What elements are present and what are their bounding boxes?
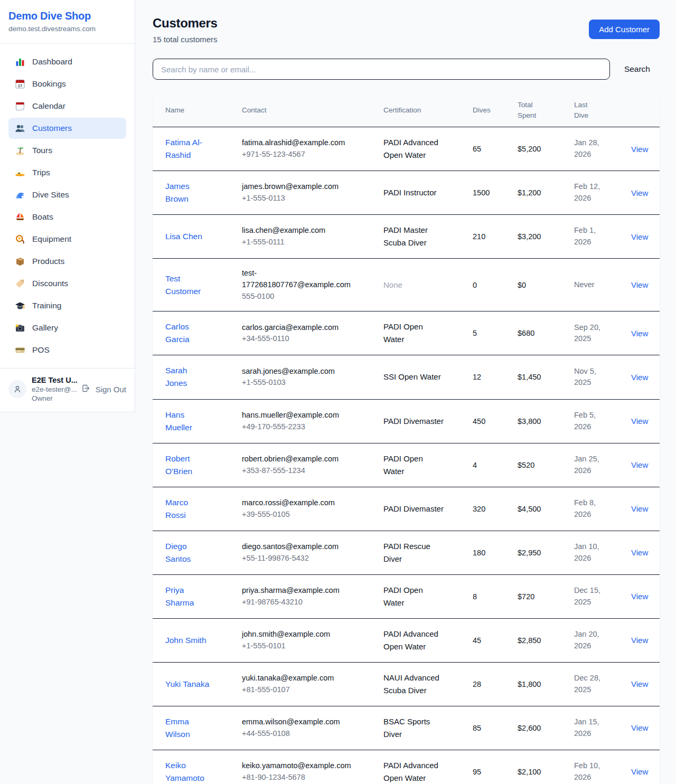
column-header-contact: Contact [229,93,371,127]
customer-count: 15 total customers [153,35,218,44]
customer-name-link[interactable]: Diego Santos [165,540,210,565]
customer-dives: 180 [460,531,505,574]
view-customer-link[interactable]: View [631,188,648,197]
sidebar-item-trips[interactable]: Trips [8,162,126,183]
customer-dives: 210 [460,215,505,259]
customer-name-link[interactable]: Sarah Jones [165,364,210,390]
customer-email: keiko.yamamoto@example.com [242,760,357,772]
table-row: John Smithjohn.smith@example.com+1-555-0… [153,618,660,662]
customer-last-dive: Never [574,279,605,291]
customer-phone: +1-555-0113 [242,193,357,204]
customer-total-spent: $3,800 [505,399,561,443]
sidebar-item-pos[interactable]: POS [8,339,126,361]
customer-email: fatima.alrashid@example.com [242,137,357,149]
view-customer-link[interactable]: View [631,504,648,513]
customer-name-link[interactable]: James Brown [165,180,210,205]
view-customer-link[interactable]: View [631,280,648,289]
sidebar-item-bookings[interactable]: 17Bookings [8,73,126,95]
customer-name-link[interactable]: Carlos Garcia [165,320,210,346]
person-icon [12,384,23,394]
table-row: Priya Sharmapriya.sharma@example.com+91-… [153,574,660,618]
customer-email: diego.santos@example.com [242,541,357,553]
customer-name-link[interactable]: Yuki Tanaka [165,678,209,691]
table-row: James Brownjames.brown@example.com+1-555… [153,171,660,215]
view-customer-link[interactable]: View [631,592,648,601]
customer-certification: PADI Rescue Diver [383,540,446,565]
customer-phone: +39-555-0105 [242,509,357,521]
customer-name-link[interactable]: Lisa Chen [165,230,202,243]
customer-dives: 450 [460,399,505,443]
sidebar-item-label: Products [32,257,64,266]
view-customer-link[interactable]: View [631,417,648,426]
table-row: Robert O'Brienrobert.obrien@example.com+… [153,443,660,487]
user-name: E2E Test U... [32,376,76,384]
table-row: Lisa Chenlisa.chen@example.com+1-555-011… [153,215,660,259]
view-customer-link[interactable]: View [631,145,648,154]
customer-name-link[interactable]: Priya Sharma [165,584,210,609]
view-customer-link[interactable]: View [631,767,648,776]
view-customer-link[interactable]: View [631,373,648,382]
sign-out-label: Sign Out [96,385,126,394]
sign-out-button[interactable]: Sign Out [81,384,126,394]
brand-domain: demo.test.divestreams.com [8,25,126,33]
dashboard-icon [15,56,25,67]
page-title: Customers [153,16,218,31]
customer-total-spent: $1,450 [505,355,561,399]
sidebar-item-training[interactable]: Training [8,295,126,316]
view-customer-link[interactable]: View [631,232,648,241]
customer-certification: SSI Open Water [383,371,446,383]
customer-name-link[interactable]: Emma Wilson [165,715,210,741]
customer-certification: BSAC Sports Diver [383,715,446,741]
table-row: Test Customertest-1772681807767@example.… [153,259,660,311]
view-customer-link[interactable]: View [631,460,648,469]
customer-total-spent: $1,200 [505,171,561,215]
sidebar-item-tours[interactable]: Tours [8,140,126,161]
customer-last-dive: Sep 20, 2025 [574,322,605,345]
search-input[interactable] [153,59,610,80]
customer-email: marco.rossi@example.com [242,497,357,509]
sign-out-icon [81,384,92,394]
customer-name-link[interactable]: Keiko Yamamoto [165,759,210,784]
customer-phone: +1-555-0111 [242,237,357,248]
sidebar-item-dive-sites[interactable]: Dive Sites [8,184,126,205]
customer-email: sarah.jones@example.com [242,366,357,377]
table-row: Sarah Jonessarah.jones@example.com+1-555… [153,355,660,399]
gallery-icon [15,323,25,333]
sidebar-item-boats[interactable]: Boats [8,206,126,228]
view-customer-link[interactable]: View [631,636,648,645]
view-customer-link[interactable]: View [631,679,648,688]
view-customer-link[interactable]: View [631,329,648,338]
customer-last-dive: Feb 5, 2026 [574,410,605,433]
sidebar-item-equipment[interactable]: Equipment [8,229,126,250]
view-customer-link[interactable]: View [631,723,648,732]
sidebar-item-gallery[interactable]: Gallery [8,317,126,338]
column-header-name: Name [153,93,229,127]
customer-email: carlos.garcia@example.com [242,322,357,334]
table-row: Fatima Al-Rashidfatima.alrashid@example.… [153,127,660,171]
table-row: Diego Santosdiego.santos@example.com+55-… [153,531,660,574]
customer-phone: +971-55-123-4567 [242,149,357,160]
customer-dives: 45 [460,618,505,662]
customer-last-dive: Jan 25, 2026 [574,454,605,477]
customer-name-link[interactable]: John Smith [165,634,206,647]
search-button[interactable]: Search [624,64,650,74]
sidebar-item-customers[interactable]: Customers [8,118,126,139]
add-customer-button[interactable]: Add Customer [589,20,660,39]
sidebar-item-calendar[interactable]: Calendar [8,96,126,117]
sidebar-item-discounts[interactable]: Discounts [8,273,126,294]
sidebar-item-dashboard[interactable]: Dashboard [8,51,126,72]
customer-dives: 28 [460,662,505,706]
sidebar-item-label: Equipment [32,234,71,244]
sidebar-item-products[interactable]: Products [8,251,126,272]
customer-email: john.smith@example.com [242,629,357,640]
customer-name-link[interactable]: Robert O'Brien [165,452,210,478]
customer-name-link[interactable]: Hans Mueller [165,409,210,434]
customer-name-link[interactable]: Marco Rossi [165,496,210,522]
customer-certification: PADI Divemaster [383,503,446,515]
customer-name-link[interactable]: Fatima Al-Rashid [165,136,210,162]
customer-name-link[interactable]: Test Customer [165,272,210,298]
customer-certification: PADI Instructor [383,186,446,199]
view-customer-link[interactable]: View [631,548,648,557]
sidebar: Demo Dive Shop demo.test.divestreams.com… [0,0,135,412]
customer-phone: +1-555-0103 [242,377,357,389]
